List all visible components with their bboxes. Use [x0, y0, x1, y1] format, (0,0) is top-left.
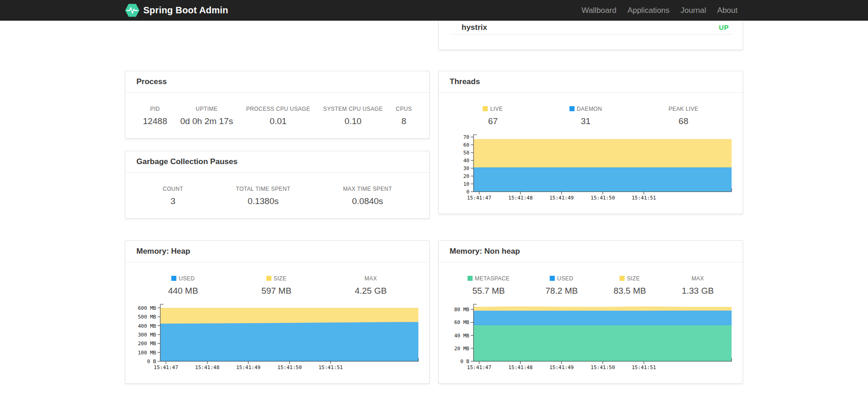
svg-text:20: 20	[463, 173, 469, 179]
svg-text:0 B: 0 B	[147, 359, 156, 364]
svg-text:15:41:48: 15:41:48	[508, 364, 533, 370]
nav-item-journal[interactable]: Journal	[675, 6, 712, 15]
stat-size: SIZE597 MB	[230, 275, 323, 297]
brand-title: Spring Boot Admin	[143, 5, 228, 16]
card-title: Memory: Heap	[125, 241, 429, 262]
svg-text:30: 30	[463, 165, 469, 171]
svg-text:40 MB: 40 MB	[454, 333, 469, 339]
health-row-hystrix[interactable]: hystrix UP	[450, 21, 732, 34]
svg-text:15:41:47: 15:41:47	[467, 195, 491, 201]
stat-value: 1.33 GB	[668, 285, 728, 297]
stat-value: 0.0840s	[321, 195, 415, 207]
stat-value: 0.1380s	[213, 195, 313, 207]
stat-label: LIVE	[453, 106, 532, 113]
stat-max: MAX4.25 GB	[323, 275, 418, 297]
stat-label: METASPACE	[453, 275, 524, 282]
health-card: hystrix UP	[438, 21, 743, 50]
empty-column	[125, 21, 430, 50]
svg-text:15:41:48: 15:41:48	[195, 364, 220, 370]
svg-text:0: 0	[466, 189, 469, 195]
stat-label: PEAK LIVE	[639, 106, 728, 113]
stat-value: 4.25 GB	[327, 285, 415, 297]
heap-stats: USED440 MBSIZE597 MBMAX4.25 GB	[136, 275, 418, 297]
stat-value: 597 MB	[233, 285, 319, 297]
stat-used: USED78.2 MB	[528, 275, 596, 297]
nav-links: WallboardApplicationsJournalAbout	[576, 6, 743, 15]
legend-swatch-icon	[483, 106, 488, 111]
svg-text:50: 50	[463, 150, 469, 156]
svg-text:15:41:49: 15:41:49	[236, 364, 260, 370]
stat-label: TOTAL TIME SPENT	[213, 186, 313, 193]
brand-link[interactable]: Spring Boot Admin	[125, 4, 228, 17]
svg-text:15:41:50: 15:41:50	[591, 195, 615, 201]
svg-text:400 MB: 400 MB	[138, 323, 156, 329]
stat-used: USED440 MB	[136, 275, 230, 297]
heap-area-chart: 0 B100 MB200 MB300 MB400 MB500 MB600 MB1…	[136, 302, 419, 372]
legend-swatch-icon	[266, 276, 271, 281]
stat-label: SIZE	[599, 275, 660, 282]
svg-text:15:41:47: 15:41:47	[467, 364, 491, 370]
stat-value: 3	[140, 195, 206, 207]
legend-swatch-icon	[550, 276, 555, 281]
threads-stats: LIVE67DAEMON31PEAK LIVE68	[450, 106, 732, 127]
threads-area-chart: 01020304050607015:41:4715:41:4815:41:491…	[450, 133, 733, 203]
stat-total-time-spent: TOTAL TIME SPENT0.1380s	[209, 186, 316, 207]
card-title: Memory: Non heap	[439, 241, 743, 262]
stat-value: 12488	[140, 115, 170, 127]
gc-pauses-card: Garbage Collection Pauses COUNT3TOTAL TI…	[125, 151, 430, 219]
process-stats: PID12488UPTIME0d 0h 2m 17sPROCESS CPU US…	[136, 106, 418, 127]
nav-item-wallboard[interactable]: Wallboard	[576, 6, 622, 15]
card-title: Threads	[439, 71, 743, 93]
stat-label: MAX TIME SPENT	[321, 186, 415, 193]
legend-swatch-icon	[620, 276, 625, 281]
stat-live: LIVE67	[450, 106, 536, 127]
stat-value: 8	[393, 115, 415, 127]
svg-text:15:41:49: 15:41:49	[549, 364, 574, 370]
svg-text:0 B: 0 B	[460, 359, 469, 364]
stat-value: 68	[639, 115, 728, 127]
stat-value: 31	[540, 115, 631, 127]
svg-text:200 MB: 200 MB	[138, 341, 156, 347]
stat-label: SIZE	[233, 275, 319, 282]
svg-text:60: 60	[463, 142, 469, 148]
stat-daemon: DAEMON31	[536, 106, 635, 127]
stat-label: USED	[531, 275, 592, 282]
stat-label: COUNT	[140, 186, 206, 193]
stat-uptime: UPTIME0d 0h 2m 17s	[174, 106, 240, 127]
svg-text:600 MB: 600 MB	[138, 305, 156, 311]
health-indicator-name: hystrix	[462, 23, 487, 32]
stat-label: MAX	[668, 275, 728, 282]
svg-text:100 MB: 100 MB	[138, 350, 156, 356]
stat-label: CPUS	[393, 106, 415, 113]
legend-swatch-icon	[569, 106, 575, 111]
stat-value: 0.10	[321, 115, 386, 127]
stat-size: SIZE83.5 MB	[596, 275, 664, 297]
gc-stats: COUNT3TOTAL TIME SPENT0.1380sMAX TIME SP…	[136, 186, 418, 207]
stat-value: 0.01	[243, 115, 313, 127]
svg-text:15:41:51: 15:41:51	[318, 364, 343, 370]
threads-card: Threads LIVE67DAEMON31PEAK LIVE68 010203…	[438, 71, 743, 214]
svg-text:300 MB: 300 MB	[138, 332, 156, 338]
svg-text:500 MB: 500 MB	[138, 314, 156, 320]
stat-value: 440 MB	[140, 285, 226, 297]
stat-value: 0d 0h 2m 17s	[177, 115, 236, 127]
svg-text:60 MB: 60 MB	[454, 319, 469, 325]
stat-count: COUNT3	[136, 186, 209, 207]
stat-metaspace: METASPACE55.7 MB	[450, 275, 528, 297]
stat-max-time-spent: MAX TIME SPENT0.0840s	[317, 186, 418, 207]
stat-label: DAEMON	[540, 106, 631, 113]
nav-item-applications[interactable]: Applications	[622, 6, 675, 15]
svg-text:80 MB: 80 MB	[454, 307, 469, 313]
stat-cpus: CPUS8	[389, 106, 418, 127]
stat-process-cpu-usage: PROCESS CPU USAGE0.01	[240, 106, 317, 127]
legend-swatch-icon	[171, 276, 176, 281]
svg-text:20 MB: 20 MB	[454, 346, 469, 352]
brand-pulse-hexagon-icon	[125, 4, 140, 17]
stat-label: USED	[140, 275, 226, 282]
stat-label: PROCESS CPU USAGE	[243, 106, 313, 113]
svg-text:10: 10	[463, 181, 469, 187]
nav-item-about[interactable]: About	[712, 6, 743, 15]
health-row-divider	[450, 34, 732, 34]
stat-pid: PID12488	[136, 106, 174, 127]
svg-text:70: 70	[463, 134, 469, 140]
